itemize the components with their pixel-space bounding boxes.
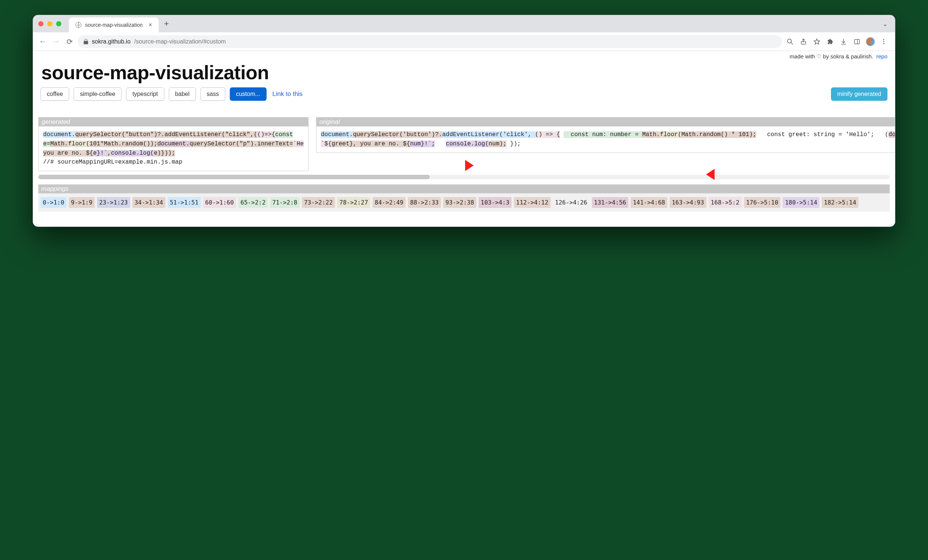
code-seg[interactable]: Math. — [50, 140, 68, 147]
mapping-segment[interactable]: 112->4:12 — [514, 197, 551, 208]
mapping-segment[interactable]: 141->4:68 — [630, 197, 667, 208]
code-seg[interactable]: greet}, you are no. ${ — [332, 140, 410, 147]
code-seg[interactable]: `He — [293, 140, 304, 147]
example-custom-button[interactable]: custom... — [230, 87, 267, 101]
code-seg[interactable]: random() * — [699, 131, 739, 138]
link-to-this-link[interactable]: Link to this — [273, 90, 303, 98]
code-seg[interactable]: floor( — [68, 140, 90, 147]
search-icon[interactable] — [785, 37, 795, 47]
code-seg[interactable]: log( — [475, 140, 488, 147]
code-seg[interactable]: document. — [321, 131, 353, 138]
mapping-segment[interactable]: 168->5:2 — [709, 197, 742, 208]
example-typescript-button[interactable]: typescript — [126, 87, 164, 101]
code-seg[interactable]: document. — [157, 140, 189, 147]
code-seg[interactable]: log( — [139, 150, 154, 157]
bookmark-icon[interactable] — [812, 37, 822, 47]
code-seg[interactable]: `${ — [321, 140, 332, 147]
minify-generated-button[interactable]: minify generated — [831, 87, 887, 101]
example-coffee-button[interactable]: coffee — [41, 87, 69, 101]
close-tab-icon[interactable]: × — [149, 21, 152, 28]
example-sass-button[interactable]: sass — [200, 87, 225, 101]
code-seg[interactable]: ( — [878, 131, 888, 138]
code-seg[interactable]: random()); — [122, 140, 157, 147]
tabs-menu-icon[interactable]: ⌄ — [883, 20, 887, 27]
code-seg[interactable]: you are no. ${ — [43, 150, 93, 157]
code-seg[interactable]: e= — [43, 140, 50, 147]
example-simple-coffee-button[interactable]: simple-coffee — [73, 87, 122, 101]
kebab-menu-icon[interactable] — [879, 37, 889, 47]
code-seg[interactable]: document. — [888, 131, 895, 138]
mapping-segment[interactable]: 60->1:60 — [203, 197, 236, 208]
address-bar[interactable]: sokra.github.io/source-map-visualization… — [78, 35, 782, 48]
mapping-segment[interactable]: 84->2:49 — [372, 197, 406, 208]
original-code[interactable]: document.querySelector('button')?.addEve… — [316, 127, 895, 153]
code-seg[interactable]: const — [275, 131, 293, 138]
reload-button[interactable]: ⟳ — [64, 37, 75, 47]
repo-link[interactable]: repo — [876, 53, 887, 60]
mapping-segment[interactable]: 88->2:33 — [408, 197, 441, 208]
code-seg[interactable]: , — [107, 150, 111, 157]
forward-button[interactable]: → — [51, 37, 61, 47]
mapping-segment[interactable]: 23->1:23 — [97, 197, 130, 208]
mapping-segment[interactable]: 163->4:93 — [670, 197, 707, 208]
code-seg[interactable]: num: number = — [592, 131, 642, 138]
code-seg[interactable]: innerText= — [257, 140, 293, 147]
code-seg[interactable]: e)})); — [154, 150, 176, 157]
mapping-segment[interactable]: 180->5:14 — [783, 197, 820, 208]
code-seg[interactable]: const — [760, 131, 789, 138]
code-seg[interactable]: }); — [510, 140, 521, 147]
generated-code[interactable]: document.querySelector("button")?.addEve… — [39, 127, 308, 171]
code-seg[interactable]: addEventListener('click', — [442, 131, 535, 138]
profile-avatar[interactable] — [865, 37, 876, 47]
mapping-segment[interactable]: 103->4:3 — [478, 197, 511, 208]
horizontal-scrollbar[interactable] — [38, 175, 890, 179]
code-seg[interactable] — [439, 140, 446, 147]
zoom-window-icon[interactable] — [56, 21, 61, 26]
code-seg[interactable]: greet: string = — [789, 131, 846, 138]
mapping-segment[interactable]: 71->2:8 — [270, 197, 299, 208]
mapping-segment[interactable]: 176->5:10 — [744, 197, 781, 208]
code-seg[interactable]: document. — [43, 131, 75, 138]
mapping-segment[interactable]: 131->4:56 — [592, 197, 629, 208]
code-seg[interactable]: console. — [446, 140, 475, 147]
code-seg[interactable]: querySelector('button')?. — [353, 131, 442, 138]
close-window-icon[interactable] — [38, 21, 44, 26]
browser-tab[interactable]: source-map-visualization × — [69, 17, 159, 32]
extensions-icon[interactable] — [825, 37, 835, 47]
code-seg[interactable]: floor( — [660, 131, 682, 138]
code-seg[interactable]: ()=>{ — [257, 131, 275, 138]
back-button[interactable]: ← — [38, 37, 48, 47]
code-seg[interactable]: Math. — [104, 140, 122, 147]
code-seg[interactable]: querySelector("p"). — [189, 140, 257, 147]
code-seg[interactable]: console. — [111, 150, 139, 157]
code-seg[interactable]: e}!` — [93, 150, 107, 157]
code-seg[interactable]: num); — [488, 140, 507, 147]
code-seg[interactable]: num}!`; — [410, 140, 435, 147]
mapping-segment[interactable]: 9->1:9 — [69, 197, 95, 208]
mapping-segment[interactable]: 93->2:38 — [443, 197, 476, 208]
code-seg[interactable]: Math. — [682, 131, 699, 138]
mapping-segment[interactable]: 73->2:22 — [302, 197, 335, 208]
mapping-segment[interactable]: 65->2:2 — [238, 197, 268, 208]
mapping-segment[interactable]: 126->4:26 — [553, 197, 590, 208]
minimize-window-icon[interactable] — [47, 21, 52, 26]
mapping-segment[interactable]: 78->2:27 — [337, 197, 370, 208]
mapping-segment[interactable]: 0->1:0 — [41, 197, 67, 208]
scrollbar-thumb[interactable] — [38, 175, 430, 179]
share-icon[interactable] — [798, 37, 809, 47]
code-seg[interactable]: addEventListener("click",( — [164, 131, 257, 138]
code-seg[interactable]: 'Hello'; — [846, 131, 874, 138]
code-seg[interactable]: 101* — [90, 140, 104, 147]
code-seg[interactable]: 101); — [739, 131, 756, 138]
code-seg[interactable]: querySelector("button")?. — [75, 131, 164, 138]
new-tab-button[interactable]: + — [164, 19, 169, 29]
mapping-segment[interactable]: 34->1:34 — [132, 197, 165, 208]
mapping-segment[interactable]: 182->5:14 — [822, 197, 858, 208]
code-seg[interactable]: Math. — [642, 131, 660, 138]
code-seg[interactable]: const — [564, 131, 592, 138]
downloads-icon[interactable] — [838, 37, 849, 47]
example-babel-button[interactable]: babel — [169, 87, 196, 101]
side-panel-icon[interactable] — [852, 37, 862, 47]
mapping-segment[interactable]: 51->1:51 — [168, 197, 201, 208]
code-seg[interactable]: () => { — [535, 131, 560, 138]
